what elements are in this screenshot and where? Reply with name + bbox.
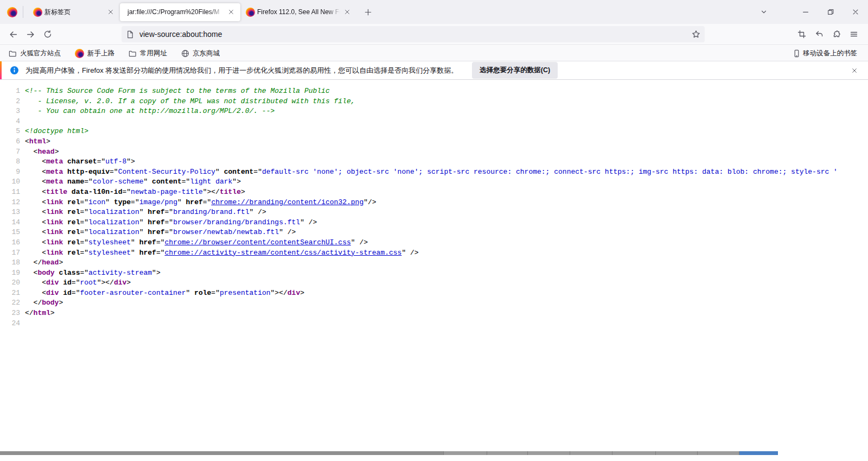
minimize-button[interactable] (793, 0, 818, 24)
source-line-10: 10 <meta name="color-scheme" content="li… (0, 177, 868, 187)
reload-button[interactable] (39, 26, 56, 42)
forward-button[interactable] (22, 26, 39, 42)
tab-close-button[interactable] (106, 7, 116, 17)
app-menu-button[interactable] (845, 26, 863, 42)
tab-title: 新标签页 (44, 8, 104, 17)
bookmarks-toolbar: 火狐官方站点新手上路常用网址京东商城 移动设备上的书签 (0, 46, 868, 61)
source-line-19: 19 <body class="activity-stream"> (0, 268, 868, 279)
line-number: 14 (0, 218, 20, 228)
line-number: 23 (0, 308, 20, 319)
source-line-17: 17 <link rel="stylesheet" href="chrome:/… (0, 248, 868, 258)
source-line-9: 9 <meta http-equiv="Content-Security-Pol… (0, 167, 868, 178)
line-code: <meta name="color-scheme" content="light… (25, 177, 241, 187)
bookmark-item-1[interactable]: 火狐官方站点 (5, 47, 64, 60)
back-button[interactable] (4, 26, 22, 42)
line-number: 7 (0, 147, 20, 157)
extensions-puzzle-button[interactable] (828, 26, 845, 42)
line-code: </head> (25, 258, 63, 268)
scrollbar-segment-4[interactable] (527, 451, 570, 455)
line-code: <meta charset="utf-8"> (25, 157, 135, 167)
line-number: 9 (0, 167, 20, 178)
list-all-tabs-button[interactable] (755, 3, 773, 21)
bookmark-item-3[interactable]: 常用网址 (125, 47, 170, 60)
line-number: 4 (0, 117, 20, 127)
browser-window: 新标签页jar:file:///C:/Program%20Files/MFire… (0, 0, 868, 461)
choose-shared-data-button[interactable]: 选择您要分享的数据(C) (472, 62, 558, 79)
line-code: <head> (25, 147, 59, 157)
infobar-message: 为提高用户体验，Firefox 将发送部分功能的使用情况给我们，用于进一步优化火… (25, 66, 458, 75)
source-line-13: 13 <link rel="localization" href="brandi… (0, 207, 868, 218)
source-line-22: 22 </body> (0, 298, 868, 308)
close-window-button[interactable] (843, 0, 868, 24)
infobar-accent-stripe (0, 61, 2, 79)
titlebar-controls (755, 0, 868, 24)
line-number: 21 (0, 288, 20, 299)
scrollbar-segment-7[interactable] (655, 451, 697, 455)
source-line-14: 14 <link rel="localization" href="browse… (0, 218, 868, 228)
source-line-4: 4 (0, 117, 868, 127)
url-text[interactable]: view-source:about:home (139, 30, 692, 39)
tab-2[interactable]: jar:file:///C:/Program%20Files/M (120, 3, 240, 21)
url-bar[interactable]: view-source:about:home (122, 26, 705, 42)
tab-favicon-firefox-icon (246, 8, 255, 17)
folder-icon (9, 49, 17, 58)
line-number: 22 (0, 298, 20, 308)
line-code: <link rel="icon" type="image/png" href="… (25, 198, 376, 208)
globe-icon (181, 49, 189, 58)
line-code: <body class="activity-stream"> (25, 268, 161, 279)
tab-3[interactable]: Firefox 112.0, See All New Fea (240, 3, 356, 21)
line-code: <!doctype html> (25, 127, 88, 137)
bookmark-mobile-folder[interactable]: 移动设备上的书签 (789, 47, 860, 60)
view-source-content: 1<!-- This Source Code Form is subject t… (0, 80, 868, 451)
line-number: 20 (0, 278, 20, 288)
undo-button[interactable] (810, 26, 828, 42)
scrollbar-segment-3[interactable] (487, 451, 527, 455)
scrollbar-segment-5[interactable] (570, 451, 612, 455)
scrollbar-segment-8[interactable] (697, 451, 739, 455)
new-tab-button[interactable] (360, 4, 376, 20)
screenshot-button[interactable] (793, 26, 810, 42)
tab-close-button[interactable] (342, 7, 352, 17)
line-code: <link rel="localization" href="browser/b… (25, 218, 317, 228)
bookmark-item-4[interactable]: 京东商城 (178, 47, 223, 60)
line-code: <meta http-equiv="Content-Security-Polic… (25, 167, 838, 178)
bookmark-item-2[interactable]: 新手上路 (72, 47, 118, 60)
source-line-23: 23</html> (0, 308, 868, 319)
notification-infobar: 为提高用户体验，Firefox 将发送部分功能的使用情况给我们，用于进一步优化火… (0, 61, 868, 80)
tab-1[interactable]: 新标签页 (28, 3, 120, 21)
line-code: <link rel="stylesheet" href="chrome://br… (25, 238, 368, 248)
line-number: 11 (0, 187, 20, 198)
source-line-3: 3 - You can obtain one at http://mozilla… (0, 106, 868, 117)
scrollbar-segment-2[interactable] (443, 451, 487, 455)
horizontal-scrollbar[interactable] (0, 451, 778, 455)
line-number: 2 (0, 97, 20, 107)
source-line-21: 21 <div id="footer-asrouter-container" r… (0, 288, 868, 299)
scrollbar-segment-9[interactable] (739, 451, 778, 455)
tab-title: Firefox 112.0, See All New Fea (257, 8, 340, 16)
line-code: <link rel="stylesheet" href="chrome://ac… (25, 248, 419, 258)
source-link[interactable]: chrome://browser/content/contentSearchUI… (165, 238, 351, 247)
toolbar-right-icons (793, 26, 868, 42)
source-link[interactable]: chrome://activity-stream/content/css/act… (165, 249, 402, 257)
scrollbar-segment-1[interactable] (0, 451, 443, 455)
maximize-button[interactable] (818, 0, 843, 24)
line-code: <!-- This Source Code Form is subject to… (25, 86, 330, 97)
source-line-2: 2 - License, v. 2.0. If a copy of the MP… (0, 97, 868, 107)
line-number: 12 (0, 198, 20, 208)
line-number: 3 (0, 106, 20, 117)
info-icon (10, 66, 19, 75)
line-number: 24 (0, 319, 20, 329)
infobar-close-button[interactable] (847, 64, 861, 78)
source-link[interactable]: chrome://branding/content/icon32.png (211, 198, 363, 206)
line-code: </body> (25, 298, 63, 308)
bookmark-star-icon[interactable] (692, 30, 700, 39)
line-code: - License, v. 2.0. If a copy of the MPL … (25, 97, 355, 107)
line-number: 10 (0, 177, 20, 187)
tab-close-button[interactable] (226, 7, 236, 17)
firefox-icon (75, 49, 84, 58)
line-code: - You can obtain one at http://mozilla.o… (25, 106, 275, 117)
line-number: 18 (0, 258, 20, 268)
scrollbar-segment-6[interactable] (612, 451, 655, 455)
source-line-12: 12 <link rel="icon" type="image/png" hre… (0, 198, 868, 208)
tab-strip: 新标签页jar:file:///C:/Program%20Files/MFire… (28, 0, 356, 24)
